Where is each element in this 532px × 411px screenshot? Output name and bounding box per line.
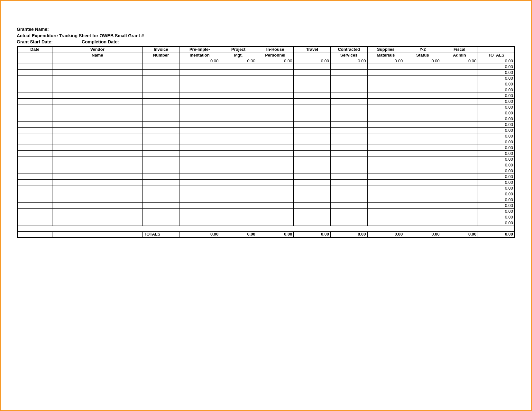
data-cell[interactable] — [17, 191, 52, 197]
data-cell[interactable] — [142, 93, 179, 98]
data-cell[interactable] — [257, 150, 294, 156]
row-total-cell[interactable]: 0.00 — [478, 121, 515, 127]
data-cell[interactable] — [17, 197, 52, 202]
data-cell[interactable] — [179, 191, 220, 197]
data-cell[interactable] — [142, 191, 179, 197]
data-cell[interactable] — [441, 98, 478, 104]
row-total-cell[interactable]: 0.00 — [478, 98, 515, 104]
row-total-cell[interactable]: 0.00 — [478, 214, 515, 220]
data-cell[interactable] — [367, 191, 404, 197]
row-total-cell[interactable]: 0.00 — [478, 110, 515, 116]
data-cell[interactable] — [142, 116, 179, 121]
data-cell[interactable] — [220, 185, 257, 191]
data-cell[interactable] — [17, 69, 52, 75]
data-cell[interactable] — [52, 197, 142, 202]
data-cell[interactable] — [404, 116, 441, 121]
data-cell[interactable] — [52, 110, 142, 116]
data-cell[interactable] — [441, 168, 478, 174]
row-total-cell[interactable]: 0.00 — [478, 133, 515, 139]
data-cell[interactable] — [404, 98, 441, 104]
data-cell[interactable] — [179, 208, 220, 214]
data-cell[interactable] — [441, 64, 478, 69]
data-cell[interactable] — [441, 174, 478, 179]
data-cell[interactable] — [330, 93, 367, 98]
data-cell[interactable] — [404, 150, 441, 156]
data-cell[interactable] — [142, 127, 179, 133]
data-cell[interactable] — [367, 127, 404, 133]
data-cell[interactable] — [404, 75, 441, 81]
data-cell[interactable] — [17, 208, 52, 214]
data-cell[interactable] — [404, 185, 441, 191]
data-cell[interactable] — [330, 104, 367, 110]
data-cell[interactable] — [294, 214, 331, 220]
data-cell[interactable] — [179, 104, 220, 110]
data-cell[interactable] — [220, 139, 257, 145]
data-cell[interactable] — [404, 220, 441, 226]
data-cell[interactable] — [220, 75, 257, 81]
row-total-cell[interactable]: 0.00 — [478, 127, 515, 133]
data-cell[interactable] — [330, 110, 367, 116]
data-cell[interactable] — [52, 69, 142, 75]
data-cell[interactable] — [179, 174, 220, 179]
data-cell[interactable] — [17, 174, 52, 179]
data-cell[interactable] — [220, 214, 257, 220]
data-cell[interactable] — [441, 87, 478, 93]
data-cell[interactable] — [220, 110, 257, 116]
data-cell[interactable] — [404, 214, 441, 220]
data-cell[interactable] — [142, 104, 179, 110]
data-cell[interactable] — [52, 150, 142, 156]
data-cell[interactable] — [441, 191, 478, 197]
data-cell[interactable] — [142, 64, 179, 69]
data-cell[interactable] — [367, 220, 404, 226]
row-total-cell[interactable]: 0.00 — [478, 168, 515, 174]
data-cell[interactable] — [220, 104, 257, 110]
data-cell[interactable] — [220, 93, 257, 98]
data-cell[interactable] — [330, 208, 367, 214]
data-cell[interactable] — [52, 156, 142, 162]
data-cell[interactable] — [17, 98, 52, 104]
data-cell[interactable] — [367, 174, 404, 179]
data-cell[interactable] — [17, 156, 52, 162]
data-cell[interactable] — [441, 133, 478, 139]
data-cell[interactable] — [220, 220, 257, 226]
data-cell[interactable] — [179, 197, 220, 202]
data-cell[interactable] — [367, 64, 404, 69]
data-cell[interactable] — [257, 75, 294, 81]
data-cell[interactable] — [52, 168, 142, 174]
data-cell[interactable] — [330, 179, 367, 185]
data-cell[interactable] — [220, 208, 257, 214]
data-cell[interactable] — [330, 145, 367, 150]
data-cell[interactable] — [294, 75, 331, 81]
data-cell[interactable] — [220, 145, 257, 150]
data-cell[interactable] — [257, 168, 294, 174]
data-cell[interactable] — [294, 139, 331, 145]
data-cell[interactable] — [294, 197, 331, 202]
data-cell[interactable] — [179, 179, 220, 185]
data-cell[interactable] — [220, 64, 257, 69]
data-cell[interactable] — [142, 150, 179, 156]
data-cell[interactable] — [17, 145, 52, 150]
data-cell[interactable] — [257, 156, 294, 162]
data-cell[interactable] — [220, 162, 257, 168]
data-cell[interactable] — [404, 156, 441, 162]
data-cell[interactable] — [404, 174, 441, 179]
data-cell[interactable] — [142, 98, 179, 104]
data-cell[interactable] — [330, 168, 367, 174]
row-total-cell[interactable]: 0.00 — [478, 69, 515, 75]
data-cell[interactable] — [179, 69, 220, 75]
data-cell[interactable] — [52, 185, 142, 191]
data-cell[interactable] — [367, 162, 404, 168]
data-cell[interactable] — [179, 202, 220, 208]
data-cell[interactable] — [257, 121, 294, 127]
data-cell[interactable] — [220, 127, 257, 133]
data-cell[interactable] — [441, 104, 478, 110]
data-cell[interactable] — [294, 174, 331, 179]
data-cell[interactable] — [179, 127, 220, 133]
data-cell[interactable] — [367, 98, 404, 104]
data-cell[interactable] — [441, 150, 478, 156]
data-cell[interactable] — [142, 202, 179, 208]
data-cell[interactable] — [330, 174, 367, 179]
data-cell[interactable] — [17, 104, 52, 110]
data-cell[interactable] — [179, 145, 220, 150]
data-cell[interactable] — [17, 93, 52, 98]
